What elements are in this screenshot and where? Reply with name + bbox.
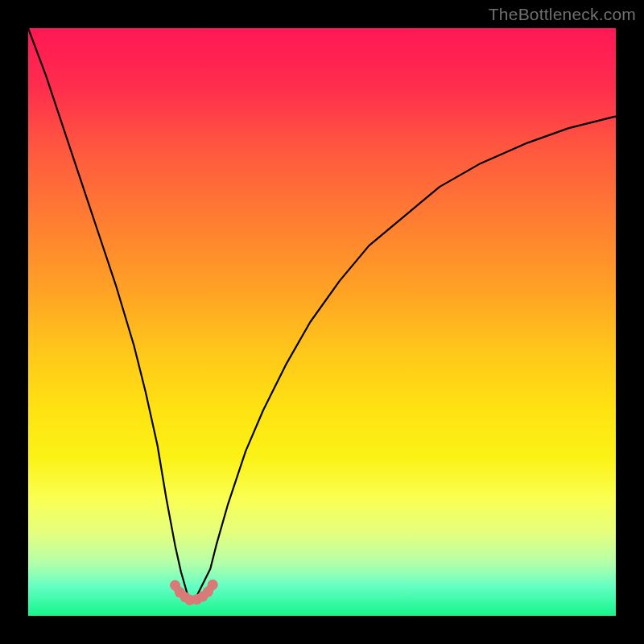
bottleneck-curve-path	[28, 28, 616, 601]
credit-label: TheBottleneck.com	[489, 5, 636, 24]
trough-marker	[208, 580, 218, 590]
plot-area	[28, 28, 616, 616]
curve-svg	[28, 28, 616, 616]
chart-frame: TheBottleneck.com	[0, 0, 644, 644]
